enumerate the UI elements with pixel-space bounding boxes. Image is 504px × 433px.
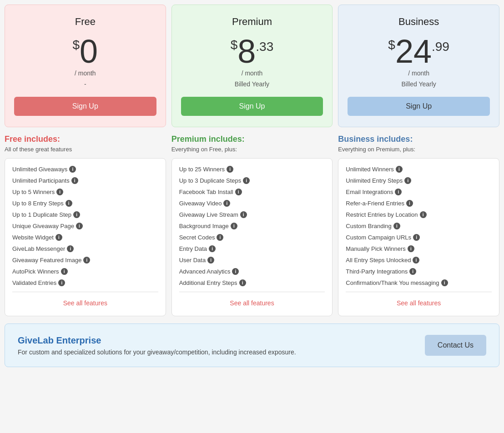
info-icon[interactable]: i <box>56 189 63 195</box>
list-item: Secret Codes i <box>179 234 325 241</box>
list-item: Custom Campaign URLs i <box>346 234 492 241</box>
info-icon[interactable]: i <box>69 166 76 173</box>
features-col-premium: Premium includes: Everything on Free, pl… <box>171 134 333 316</box>
info-icon[interactable]: i <box>243 177 250 184</box>
info-icon[interactable]: i <box>408 245 414 252</box>
info-icon[interactable]: i <box>420 211 427 218</box>
list-item: Refer-a-Friend Entries i <box>346 200 492 207</box>
see-all-premium[interactable]: See all features <box>179 298 325 309</box>
signup-button-business[interactable]: Sign Up <box>348 97 490 116</box>
list-item: Custom Branding i <box>346 223 492 229</box>
info-icon[interactable]: i <box>404 177 411 184</box>
info-icon[interactable]: i <box>227 166 233 173</box>
info-icon[interactable]: i <box>66 200 72 207</box>
per-month-business: / month <box>348 70 490 77</box>
list-item: Unique Giveaway Page i <box>12 223 158 229</box>
cents-business: .99 <box>432 40 449 53</box>
amount-business: 24 <box>395 35 432 68</box>
divider <box>12 292 158 292</box>
free-includes-title: Free includes: <box>5 134 166 144</box>
info-icon[interactable]: i <box>217 234 223 241</box>
premium-includes-title: Premium includes: <box>171 134 333 144</box>
plan-card-free: Free $ 0 / month - Sign Up <box>5 5 166 127</box>
divider <box>346 292 492 292</box>
plan-card-business: Business $ 24 .99 / month Billed Yearly … <box>338 5 499 127</box>
list-item: All Entry Steps Unlocked i <box>346 257 492 264</box>
signup-button-free[interactable]: Sign Up <box>14 97 156 116</box>
info-icon[interactable]: i <box>441 279 448 286</box>
list-item: Up to 25 Winners i <box>179 166 325 173</box>
divider <box>179 292 325 292</box>
list-item: Up to 8 Entry Steps i <box>12 200 158 207</box>
list-item: Up to 1 Duplicate Step i <box>12 211 158 218</box>
info-icon[interactable]: i <box>71 177 78 184</box>
info-icon[interactable]: i <box>396 166 403 173</box>
info-icon[interactable]: i <box>61 268 68 275</box>
pricing-cards: Free $ 0 / month - Sign Up Premium $ 8 .… <box>5 5 499 127</box>
list-item: Unlimited Participants i <box>12 177 158 184</box>
info-icon[interactable]: i <box>393 223 400 229</box>
list-item: User Data i <box>179 257 325 264</box>
see-all-free[interactable]: See all features <box>12 298 158 309</box>
enterprise-title: GiveLab Enterprise <box>18 335 296 346</box>
list-item: Unlimited Entry Steps i <box>346 177 492 184</box>
list-item: AutoPick Winners i <box>12 268 158 275</box>
info-icon[interactable]: i <box>413 234 420 241</box>
features-section: Free includes: All of these great featur… <box>5 134 499 316</box>
list-item: Unlimited Winners i <box>346 166 492 173</box>
list-item: Facebook Tab Install i <box>179 189 325 195</box>
enterprise-banner: GiveLab Enterprise For custom and specia… <box>5 324 499 367</box>
see-all-business[interactable]: See all features <box>346 298 492 309</box>
amount-free: 0 <box>80 35 98 68</box>
info-icon[interactable]: i <box>209 245 216 252</box>
info-icon[interactable]: i <box>73 211 80 218</box>
plan-name-free: Free <box>14 16 156 28</box>
info-icon[interactable]: i <box>395 189 402 195</box>
premium-feature-list: Up to 25 Winners i Up to 3 Duplicate Ste… <box>171 158 333 316</box>
list-item: Website Widget i <box>12 234 158 241</box>
info-icon[interactable]: i <box>58 279 65 286</box>
plan-card-premium: Premium $ 8 .33 / month Billed Yearly Si… <box>171 5 333 127</box>
list-item: Manually Pick Winners i <box>346 245 492 252</box>
info-icon[interactable]: i <box>240 211 247 218</box>
plan-price-business: $ 24 .99 <box>348 35 490 68</box>
info-icon[interactable]: i <box>409 268 416 275</box>
enterprise-description: For custom and specialized solutions for… <box>18 348 296 356</box>
contact-button[interactable]: Contact Us <box>425 335 486 356</box>
signup-button-premium[interactable]: Sign Up <box>181 97 323 116</box>
plan-name-business: Business <box>348 16 490 28</box>
list-item: Email Integrations i <box>346 189 492 195</box>
plan-name-premium: Premium <box>181 16 323 28</box>
list-item: Giveaway Featured Image i <box>12 257 158 264</box>
features-col-business: Business includes: Everything on Premium… <box>338 134 499 316</box>
billing-free: - <box>14 80 156 88</box>
info-icon[interactable]: i <box>55 234 62 241</box>
info-icon[interactable]: i <box>413 257 419 264</box>
business-includes-sub: Everything on Premium, plus: <box>338 146 499 153</box>
list-item: Giveaway Video i <box>179 200 325 207</box>
business-feature-list: Unlimited Winners i Unlimited Entry Step… <box>338 158 499 316</box>
features-col-free: Free includes: All of these great featur… <box>5 134 166 316</box>
billing-premium: Billed Yearly <box>181 80 323 88</box>
plan-price-free: $ 0 <box>14 35 156 68</box>
info-icon[interactable]: i <box>231 223 237 229</box>
list-item: Background Image i <box>179 223 325 229</box>
info-icon[interactable]: i <box>83 257 90 264</box>
info-icon[interactable]: i <box>232 268 239 275</box>
list-item: Up to 3 Duplicate Steps i <box>179 177 325 184</box>
info-icon[interactable]: i <box>406 200 413 207</box>
amount-premium: 8 <box>237 35 256 68</box>
premium-includes-sub: Everything on Free, plus: <box>171 146 333 153</box>
info-icon[interactable]: i <box>239 279 246 286</box>
plan-price-premium: $ 8 .33 <box>181 35 323 68</box>
list-item: Entry Data i <box>179 245 325 252</box>
currency-premium: $ <box>231 39 238 51</box>
free-feature-list: Unlimited Giveaways i Unlimited Particip… <box>5 158 166 316</box>
info-icon[interactable]: i <box>67 245 74 252</box>
info-icon[interactable]: i <box>76 223 83 229</box>
list-item: Restrict Entries by Location i <box>346 211 492 218</box>
enterprise-info: GiveLab Enterprise For custom and specia… <box>18 335 296 356</box>
info-icon[interactable]: i <box>207 257 214 264</box>
info-icon[interactable]: i <box>235 189 242 195</box>
info-icon[interactable]: i <box>223 200 230 207</box>
